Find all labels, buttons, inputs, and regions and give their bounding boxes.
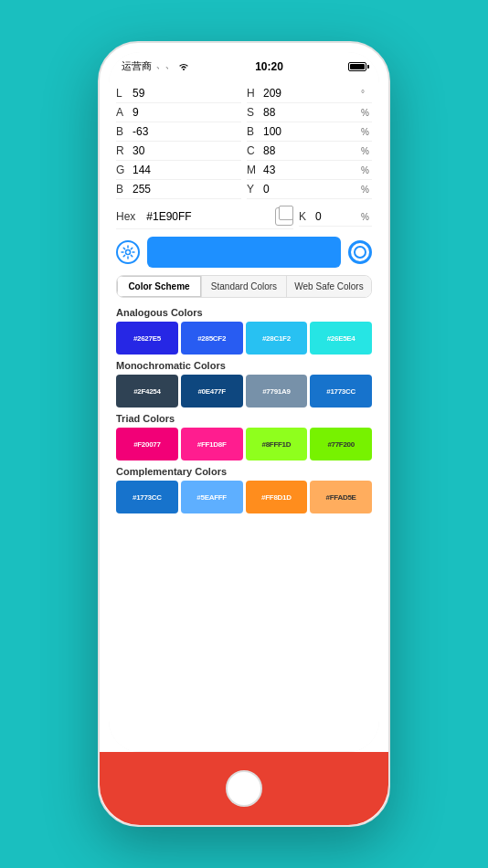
field-C: C 88 %	[247, 142, 372, 161]
value-H: 209	[263, 87, 357, 100]
unit-S: %	[361, 108, 372, 118]
circle-inner	[354, 246, 366, 259]
analogous-colors: #2627E5 #285CF2 #28C1F2 #26E5E4	[116, 322, 372, 355]
analogous-chip-0[interactable]: #2627E5	[116, 322, 178, 355]
unit-Y: %	[361, 185, 372, 195]
unit-K: %	[361, 212, 372, 222]
value-B-rgb: 255	[133, 183, 241, 196]
field-A: A 9	[116, 103, 241, 122]
analogous-chip-1[interactable]: #285CF2	[181, 322, 243, 355]
comp-chip-1[interactable]: #5EAFFF	[181, 481, 243, 513]
field-M: M 43 %	[247, 161, 372, 180]
screen-content[interactable]: L 59 A 9 B -63 R 30	[109, 77, 379, 751]
label-M: M	[247, 164, 260, 176]
label-R: R	[116, 144, 129, 157]
value-B-left: -63	[133, 125, 241, 138]
complementary-section: Complementary Colors #1773CC #5EAFFF #FF…	[116, 466, 372, 513]
mono-chip-1[interactable]: #0E477F	[181, 375, 243, 408]
value-G: 144	[133, 164, 241, 176]
mono-chip-0[interactable]: #2F4254	[116, 375, 178, 408]
mono-chip-2[interactable]: #7791A9	[246, 375, 308, 408]
field-K: K 0 %	[299, 207, 372, 227]
status-time: 10:20	[255, 60, 283, 73]
analogous-chip-2[interactable]: #28C1F2	[246, 322, 308, 355]
field-Y: Y 0 %	[247, 180, 372, 199]
triad-chip-1[interactable]: #FF1D8F	[181, 428, 243, 460]
value-L: 59	[133, 87, 241, 100]
value-S: 88	[263, 106, 357, 119]
value-M: 43	[263, 164, 357, 176]
triad-chip-3[interactable]: #77F200	[310, 428, 372, 460]
phone-screen: 运营商 ﹅﹅ 10:20	[109, 52, 379, 752]
color-target-button[interactable]	[348, 240, 372, 264]
field-B-hsb: B 100 %	[247, 122, 372, 142]
monochromatic-title: Monochromatic Colors	[116, 360, 372, 371]
value-A: 9	[133, 106, 241, 119]
complementary-colors: #1773CC #5EAFFF #FF8D1D #FFAD5E	[116, 481, 372, 513]
monochromatic-colors: #2F4254 #0E477F #7791A9 #1773CC	[116, 375, 372, 408]
wifi-signal-icon	[177, 62, 190, 71]
svg-point-0	[126, 250, 131, 255]
field-S: S 88 %	[247, 103, 372, 122]
unit-C: %	[361, 146, 372, 156]
color-swatch	[147, 237, 341, 268]
color-preview-row	[116, 237, 372, 268]
monochromatic-section: Monochromatic Colors #2F4254 #0E477F #77…	[116, 360, 372, 408]
field-B-left: B -63	[116, 122, 241, 142]
copy-button[interactable]	[275, 207, 293, 226]
tab-web-safe-colors[interactable]: Web Safe Colors	[287, 276, 371, 297]
value-K: 0	[315, 210, 357, 223]
analogous-section: Analogous Colors #2627E5 #285CF2 #28C1F2…	[116, 307, 372, 355]
label-A: A	[116, 106, 129, 119]
triad-chip-2[interactable]: #8FFF1D	[246, 428, 308, 460]
analogous-title: Analogous Colors	[116, 307, 372, 318]
form-grid: L 59 A 9 B -63 R 30	[116, 84, 372, 199]
unit-M: %	[361, 165, 372, 175]
value-C: 88	[263, 144, 357, 157]
tab-row: Color Scheme Standard Colors Web Safe Co…	[116, 275, 372, 298]
label-B-hsb: B	[247, 125, 260, 138]
triad-section: Triad Colors #F20077 #FF1D8F #8FFF1D #77…	[116, 413, 372, 460]
tab-standard-colors[interactable]: Standard Colors	[202, 276, 287, 297]
comp-chip-2[interactable]: #FF8D1D	[246, 481, 308, 513]
analogous-chip-3[interactable]: #26E5E4	[310, 322, 372, 355]
field-H: H 209 °	[247, 84, 372, 103]
mono-chip-3[interactable]: #1773CC	[310, 375, 372, 408]
field-L: L 59	[116, 84, 241, 103]
hex-value: #1E90FF	[146, 210, 270, 223]
complementary-title: Complementary Colors	[116, 466, 372, 477]
label-H: H	[247, 87, 260, 100]
triad-title: Triad Colors	[116, 413, 372, 424]
status-bar: 运营商 ﹅﹅ 10:20	[109, 52, 379, 77]
label-L: L	[116, 87, 129, 100]
phone-bottom	[100, 752, 388, 825]
unit-B-hsb: %	[361, 127, 372, 137]
left-fields: L 59 A 9 B -63 R 30	[116, 84, 241, 199]
gear-icon	[121, 245, 135, 259]
right-fields: H 209 ° S 88 % B 100 % C	[247, 84, 372, 199]
label-B-left: B	[116, 125, 129, 138]
unit-H: °	[361, 89, 372, 99]
label-C: C	[247, 144, 260, 157]
home-button[interactable]	[226, 770, 262, 807]
value-Y: 0	[263, 183, 357, 196]
phone-device: 运营商 ﹅﹅ 10:20	[98, 41, 390, 827]
tab-color-scheme[interactable]: Color Scheme	[117, 276, 202, 297]
triad-chip-0[interactable]: #F20077	[116, 428, 178, 460]
field-B-rgb: B 255	[116, 180, 241, 199]
field-R: R 30	[116, 142, 241, 161]
comp-chip-3[interactable]: #FFAD5E	[310, 481, 372, 513]
triad-colors: #F20077 #FF1D8F #8FFF1D #77F200	[116, 428, 372, 460]
label-G: G	[116, 164, 129, 176]
comp-chip-0[interactable]: #1773CC	[116, 481, 178, 513]
value-R: 30	[133, 144, 241, 157]
wifi-icon: ﹅﹅	[155, 60, 174, 73]
hex-label: Hex	[116, 210, 135, 223]
settings-button[interactable]	[116, 240, 140, 264]
carrier-text: 运营商	[122, 59, 152, 73]
label-S: S	[247, 106, 260, 119]
label-B-rgb: B	[116, 183, 129, 196]
label-K: K	[299, 210, 312, 223]
value-B-hsb: 100	[263, 125, 357, 138]
battery-icon	[348, 62, 366, 71]
